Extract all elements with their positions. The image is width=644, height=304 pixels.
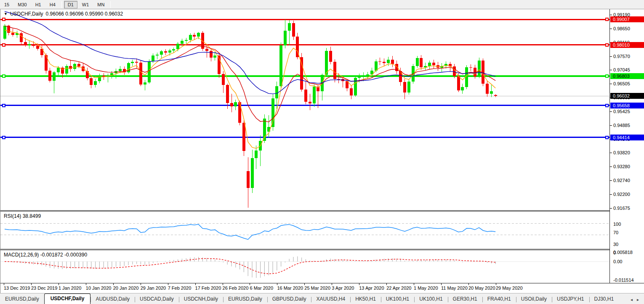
rsi-chart-canvas[interactable] <box>0 211 609 249</box>
candle-body <box>238 102 241 123</box>
date-tick-label: 17 Feb 2020 <box>195 285 221 291</box>
timeframe-button-mn[interactable]: MN <box>93 1 108 8</box>
timeframe-button-m30[interactable]: M30 <box>14 1 30 8</box>
candle-body <box>234 102 237 106</box>
candle-body <box>48 71 51 81</box>
tab-uk100-h1[interactable]: UK100,H1 <box>414 294 447 304</box>
candle-body <box>168 50 171 53</box>
macd-signal-line <box>5 259 495 274</box>
price-tick-mark <box>610 29 612 29</box>
candle-body <box>94 81 97 85</box>
tab-usdjpy-h1[interactable]: USDJPY,H1 <box>552 294 589 304</box>
date-tick-label: 11 May 2020 <box>441 285 468 291</box>
tab-usdchf-daily[interactable]: USDCHF,Daily <box>44 293 91 304</box>
candle-body <box>189 35 192 40</box>
date-tick-label: 29 May 2020 <box>496 285 523 291</box>
candle-body <box>77 64 80 66</box>
hline-handle[interactable] <box>3 18 5 21</box>
fast-ma-line <box>5 30 495 148</box>
date-tick-mark <box>277 283 277 285</box>
date-tick-label: 13 Apr 2020 <box>359 285 384 291</box>
date-tick-label: 6 Mar 2020 <box>250 285 273 291</box>
chart-window: ▼ USDCHF,Daily 0.96066 0.96096 0.95990 0… <box>0 9 644 293</box>
candle-body <box>251 158 254 188</box>
tab-eurusd-daily[interactable]: EURUSD,Daily <box>223 294 267 304</box>
date-tick-mark <box>195 283 196 285</box>
price-tick-mark <box>610 194 612 195</box>
tab-audusd-daily[interactable]: AUDUSD,Daily <box>90 294 135 304</box>
timeframe-button-h1[interactable]: H1 <box>32 1 45 8</box>
tab-dj30-h1[interactable]: DJ30,H1 <box>589 294 619 304</box>
hline-handle[interactable] <box>3 136 5 139</box>
date-tick-label: 13 Dec 2019 <box>4 285 30 291</box>
hline-handle[interactable] <box>606 104 608 107</box>
date-tick-label: 7 Feb 2020 <box>168 285 192 291</box>
hline-handle[interactable] <box>3 104 5 107</box>
price-tick-label: 0.93820 <box>613 150 630 155</box>
candle-body <box>197 33 200 37</box>
hline-handle[interactable] <box>606 18 608 21</box>
price-chart-canvas[interactable] <box>0 9 609 210</box>
candle-body <box>24 42 27 45</box>
timeframe-toolbar: 15M30H1H4D1W1MN <box>0 0 644 9</box>
hline-handle[interactable] <box>3 75 5 77</box>
price-axis[interactable]: 0.991900.986500.981100.975700.970450.965… <box>610 9 644 293</box>
hline-handle[interactable] <box>3 44 5 46</box>
hline-handle[interactable] <box>606 136 608 139</box>
candle-body <box>416 58 419 66</box>
candle-body <box>461 87 464 90</box>
candle-body <box>366 74 369 75</box>
tab-eurusd-daily[interactable]: EURUSD,Daily <box>0 294 44 304</box>
tab-fra40-h1[interactable]: FRA40,H1 <box>482 294 516 304</box>
tab-hk50-h1[interactable]: HK50,H1 <box>350 294 381 304</box>
price-tick-mark <box>610 84 612 84</box>
candle-body <box>65 66 68 74</box>
tab-uk100-h1[interactable]: UK100,H1 <box>381 294 414 304</box>
candle-body <box>407 82 410 93</box>
tab-ger30-h1[interactable]: GER30,H1 <box>448 294 482 304</box>
candle-body <box>36 46 39 49</box>
tab-usdcnh-daily[interactable]: USDCNH,Daily <box>179 294 223 304</box>
tab-scroll-left-icon[interactable]: ◂ <box>631 297 633 302</box>
candle-body <box>164 51 167 52</box>
candle-body <box>53 72 56 81</box>
macd-chart-canvas[interactable] <box>0 250 609 283</box>
hline-price-tag-0.96803: 0.96803 <box>610 73 644 79</box>
price-tick-mark <box>610 125 612 126</box>
tab-gbpusd-daily[interactable]: GBPUSD,Daily <box>267 294 311 304</box>
tab-scroll-right-icon[interactable]: ▸ <box>637 297 639 302</box>
hline-handle[interactable] <box>606 44 608 46</box>
date-tick-label: 1 May 2020 <box>414 285 438 291</box>
hline-price-tag-0.94414: 0.94414 <box>610 135 644 140</box>
price-tick-mark <box>610 70 612 70</box>
tab-usoil-daily[interactable]: USOil,Daily <box>516 294 552 304</box>
date-tick-label: 22 Apr 2020 <box>386 285 411 291</box>
rsi-tick-label: 100 <box>613 222 621 227</box>
candle-body <box>193 35 196 37</box>
candle-body <box>428 63 431 66</box>
hline-price-tag-0.95658: 0.95658 <box>610 103 644 108</box>
timeframe-button-d1[interactable]: D1 <box>64 1 77 8</box>
candle-body <box>362 76 365 77</box>
timeframe-button-15[interactable]: 15 <box>0 1 13 8</box>
date-tick-mark <box>141 283 141 285</box>
hline-handle[interactable] <box>606 75 608 77</box>
date-axis[interactable]: 13 Dec 201923 Dec 20191 Jan 202010 Jan 2… <box>0 283 644 293</box>
current-price-tag: 0.96032 <box>610 93 644 99</box>
date-tick-label: 16 Mar 2020 <box>277 285 303 291</box>
timeframe-button-w1[interactable]: W1 <box>78 1 93 8</box>
candle-body <box>279 45 282 87</box>
date-tick-mark <box>59 283 59 285</box>
date-tick-label: 23 Dec 2019 <box>31 285 57 291</box>
price-tick-mark <box>610 208 612 209</box>
candle-body <box>102 76 105 77</box>
candle-body <box>494 95 497 96</box>
candle-body <box>255 151 258 158</box>
chart-dropdown-icon[interactable]: ▼ <box>4 12 8 16</box>
tab-usdcad-daily[interactable]: USDCAD,Daily <box>135 294 179 304</box>
candle-body <box>57 68 60 72</box>
price-tick-label: 0.93280 <box>613 164 630 169</box>
timeframe-button-h4[interactable]: H4 <box>46 1 59 8</box>
tab-xauusd-h4[interactable]: XAUUSD,H4 <box>311 294 350 304</box>
candle-body <box>181 41 184 44</box>
